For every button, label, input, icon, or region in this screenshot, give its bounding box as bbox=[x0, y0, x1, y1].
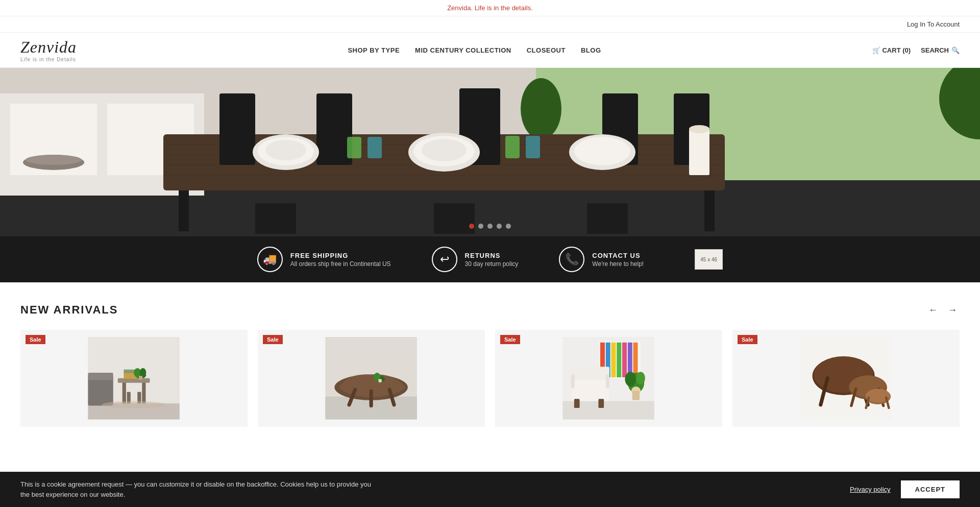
slider-dot-3[interactable] bbox=[487, 224, 493, 229]
svg-point-9 bbox=[26, 155, 82, 165]
returns-title: RETURNS bbox=[465, 252, 519, 259]
svg-point-3 bbox=[521, 78, 561, 139]
logo-title: Zenvida bbox=[20, 38, 77, 57]
svg-rect-78 bbox=[571, 375, 575, 389]
main-nav: SHOP BY TYPE MID CENTURY COLLECTION CLOS… bbox=[348, 46, 601, 54]
sale-badge-4: Sale bbox=[738, 335, 757, 344]
feature-contact: 📞 CONTACT US We're here to help! bbox=[559, 247, 644, 272]
shipping-description: All orders ship free in Continental US bbox=[290, 260, 391, 268]
product-card-3[interactable]: Sale bbox=[495, 330, 722, 427]
cart-label: CART (0) bbox=[882, 46, 911, 54]
nav-shop-by-type[interactable]: SHOP BY TYPE bbox=[348, 46, 400, 54]
hero-banner bbox=[0, 68, 980, 236]
svg-rect-30 bbox=[347, 137, 361, 158]
svg-point-29 bbox=[574, 137, 630, 165]
svg-rect-76 bbox=[574, 399, 580, 408]
svg-rect-84 bbox=[632, 391, 640, 400]
product-1-visual bbox=[37, 337, 230, 420]
slider-dots bbox=[469, 224, 511, 229]
svg-rect-41 bbox=[88, 376, 113, 406]
announcement-text: Zenvida. Life is in the details. bbox=[447, 4, 533, 12]
nav-blog[interactable]: BLOG bbox=[581, 46, 601, 54]
contact-description: We're here to help! bbox=[592, 260, 644, 268]
product-image-4: Sale bbox=[732, 330, 960, 427]
contact-icon: 📞 bbox=[559, 247, 584, 272]
returns-text: RETURNS 30 day return policy bbox=[465, 252, 519, 268]
svg-rect-15 bbox=[179, 190, 189, 231]
logo-text: Zenvida bbox=[20, 38, 77, 56]
svg-point-27 bbox=[422, 139, 467, 161]
svg-rect-37 bbox=[434, 203, 475, 234]
contact-text: CONTACT US We're here to help! bbox=[592, 252, 644, 268]
svg-rect-36 bbox=[255, 203, 296, 234]
new-arrivals-section: NEW ARRIVALS ← → Sale bbox=[0, 282, 980, 437]
svg-rect-44 bbox=[142, 380, 146, 403]
product-4-visual bbox=[749, 337, 942, 420]
product-card-2[interactable]: Sale bbox=[258, 330, 485, 427]
svg-rect-18 bbox=[316, 93, 352, 165]
section-title: NEW ARRIVALS bbox=[20, 303, 118, 317]
product-image-2: Sale bbox=[258, 330, 485, 427]
svg-rect-33 bbox=[526, 136, 540, 158]
svg-rect-31 bbox=[368, 137, 382, 158]
shipping-title: FREE SHIPPING bbox=[290, 252, 391, 259]
sale-badge-3: Sale bbox=[500, 335, 520, 344]
svg-rect-34 bbox=[689, 129, 709, 175]
shipping-icon: 🚚 bbox=[257, 247, 283, 272]
feature-free-shipping: 🚚 FREE SHIPPING All orders ship free in … bbox=[257, 247, 391, 272]
svg-rect-53 bbox=[139, 376, 142, 380]
svg-rect-47 bbox=[118, 378, 150, 383]
nav-closeout[interactable]: CLOSEOUT bbox=[527, 46, 566, 54]
hero-image bbox=[0, 68, 980, 236]
slider-dot-4[interactable] bbox=[497, 224, 502, 229]
product-card-4[interactable]: Sale bbox=[732, 330, 960, 427]
product-2-visual bbox=[275, 337, 468, 420]
slider-dot-2[interactable] bbox=[478, 224, 483, 229]
svg-point-24 bbox=[265, 140, 306, 160]
svg-point-82 bbox=[636, 372, 645, 384]
svg-rect-79 bbox=[606, 375, 609, 389]
prev-arrow[interactable]: ← bbox=[926, 303, 940, 317]
svg-point-35 bbox=[689, 125, 709, 133]
site-header: Zenvida Life is in the Details SHOP BY T… bbox=[0, 33, 980, 68]
cart-icon: 🛒 bbox=[872, 46, 880, 54]
svg-rect-70 bbox=[617, 343, 622, 377]
section-header: NEW ARRIVALS ← → bbox=[20, 303, 960, 317]
svg-rect-32 bbox=[505, 136, 520, 158]
svg-point-81 bbox=[625, 372, 636, 387]
shipping-text: FREE SHIPPING All orders ship free in Co… bbox=[290, 252, 391, 268]
cart-button[interactable]: 🛒 CART (0) bbox=[872, 46, 911, 54]
svg-rect-38 bbox=[587, 203, 628, 234]
next-arrow[interactable]: → bbox=[945, 303, 960, 317]
slider-dot-1[interactable] bbox=[469, 224, 474, 229]
sale-badge-1: Sale bbox=[26, 335, 45, 344]
returns-description: 30 day return policy bbox=[465, 260, 519, 268]
size-swatch[interactable]: 45 x 46 bbox=[695, 249, 723, 270]
login-link[interactable]: Log In To Account bbox=[907, 20, 960, 28]
sale-badge-2: Sale bbox=[263, 335, 283, 344]
svg-rect-73 bbox=[633, 343, 638, 377]
svg-rect-42 bbox=[88, 373, 113, 380]
slider-dot-5[interactable] bbox=[506, 224, 511, 229]
returns-icon: ↩ bbox=[432, 247, 457, 272]
utility-bar: Log In To Account bbox=[0, 16, 980, 33]
svg-rect-74 bbox=[572, 376, 609, 401]
svg-rect-75 bbox=[571, 367, 609, 380]
search-icon: 🔍 bbox=[951, 46, 960, 54]
logo[interactable]: Zenvida Life is in the Details bbox=[20, 38, 77, 62]
features-bar: 🚚 FREE SHIPPING All orders ship free in … bbox=[0, 236, 980, 282]
nav-mid-century[interactable]: MID CENTURY COLLECTION bbox=[415, 46, 511, 54]
search-button[interactable]: SEARCH 🔍 bbox=[921, 46, 960, 54]
svg-rect-71 bbox=[622, 343, 627, 377]
svg-rect-16 bbox=[704, 190, 715, 231]
search-label: SEARCH bbox=[921, 46, 949, 54]
size-label: 45 x 46 bbox=[700, 257, 717, 262]
contact-title: CONTACT US bbox=[592, 252, 644, 259]
product-card-1[interactable]: Sale bbox=[20, 330, 248, 427]
header-right: 🛒 CART (0) SEARCH 🔍 bbox=[872, 46, 960, 54]
announcement-bar: Zenvida. Life is in the details. bbox=[0, 0, 980, 16]
svg-rect-17 bbox=[219, 93, 255, 165]
svg-rect-63 bbox=[379, 379, 382, 382]
product-image-3: Sale bbox=[495, 330, 722, 427]
svg-point-54 bbox=[102, 401, 166, 408]
